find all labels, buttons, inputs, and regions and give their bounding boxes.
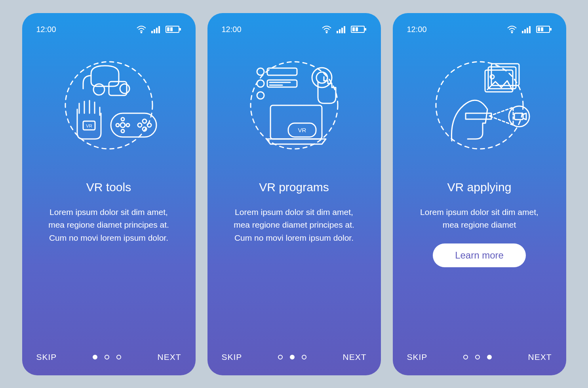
status-icons: [507, 25, 552, 33]
footer-nav: SKIP NEXT: [407, 352, 552, 362]
svg-rect-32: [352, 27, 355, 31]
svg-rect-48: [522, 31, 523, 33]
svg-point-19: [116, 124, 119, 127]
status-time: 12:00: [407, 25, 427, 34]
svg-point-23: [138, 123, 142, 127]
svg-rect-55: [541, 27, 543, 31]
svg-rect-2: [154, 29, 155, 33]
svg-point-24: [147, 123, 151, 127]
dot-3[interactable]: [116, 355, 121, 359]
illustration-vr-applying: [407, 50, 552, 161]
svg-rect-6: [179, 28, 181, 30]
svg-point-35: [257, 68, 264, 75]
svg-point-37: [257, 80, 264, 87]
illustration-vr-tools: VR: [36, 50, 181, 161]
svg-text:VR: VR: [86, 124, 92, 128]
dot-2[interactable]: [475, 355, 480, 359]
content: VR programs Lorem ipsum dolor sit dim am…: [222, 181, 367, 352]
svg-point-60: [490, 75, 494, 79]
status-icons: [322, 25, 367, 33]
screen-title: VR tools: [86, 181, 131, 194]
svg-point-20: [126, 124, 129, 127]
wifi-icon: [322, 25, 332, 33]
status-time: 12:00: [222, 25, 242, 34]
onboarding-screen-1: 12:00 VR VR tools Lorem ipsu: [22, 13, 196, 375]
svg-point-18: [121, 129, 124, 133]
page-dots: [93, 355, 121, 359]
svg-point-10: [93, 84, 105, 95]
onboarding-screen-2: 12:00 VR VR programs Lorem ipsum dolor s…: [207, 13, 381, 375]
svg-point-25: [326, 32, 327, 33]
svg-rect-27: [339, 29, 341, 33]
svg-rect-38: [267, 80, 297, 87]
dot-3[interactable]: [302, 355, 306, 359]
svg-rect-33: [356, 27, 358, 31]
skip-button[interactable]: SKIP: [36, 352, 57, 362]
svg-point-56: [436, 62, 523, 149]
svg-point-42: [312, 68, 332, 87]
svg-rect-15: [111, 113, 156, 137]
next-button[interactable]: NEXT: [157, 352, 181, 362]
svg-rect-26: [337, 31, 338, 33]
svg-rect-1: [151, 31, 153, 33]
dot-3[interactable]: [487, 355, 492, 359]
next-button[interactable]: NEXT: [343, 352, 366, 362]
content: VR tools Lorem ipsum dolor sit dim amet,…: [36, 181, 181, 352]
svg-rect-4: [158, 26, 160, 33]
status-bar: 12:00: [36, 25, 181, 34]
svg-rect-28: [341, 28, 343, 33]
svg-point-41: [257, 92, 264, 99]
dot-1[interactable]: [463, 355, 468, 359]
screen-body: Lorem ipsum dolor sit dim amet, mea regi…: [412, 206, 547, 232]
dot-1[interactable]: [93, 355, 97, 359]
screen-body: Lorem ipsum dolor sit dim amet, mea regi…: [227, 206, 362, 245]
dot-2[interactable]: [105, 355, 109, 359]
battery-icon: [166, 25, 181, 33]
signal-icon: [522, 25, 531, 33]
svg-rect-54: [538, 27, 540, 31]
svg-rect-3: [156, 28, 158, 33]
svg-point-16: [120, 123, 125, 127]
page-dots: [278, 355, 306, 359]
wifi-icon: [136, 25, 147, 33]
footer-nav: SKIP NEXT: [36, 352, 181, 362]
svg-rect-51: [529, 26, 531, 33]
screen-title: VR applying: [447, 181, 512, 194]
svg-point-9: [65, 62, 152, 149]
status-bar: 12:00: [222, 25, 367, 34]
svg-point-22: [143, 127, 147, 131]
onboarding-screen-3: 12:00 VR applying Lorem ipsum dolor sit …: [393, 13, 566, 375]
svg-rect-49: [524, 29, 526, 33]
next-button[interactable]: NEXT: [528, 352, 552, 362]
skip-button[interactable]: SKIP: [222, 352, 242, 362]
svg-rect-50: [527, 28, 528, 33]
skip-button[interactable]: SKIP: [407, 352, 428, 362]
svg-rect-7: [167, 27, 169, 31]
status-icons: [136, 25, 181, 33]
illustration-vr-programs: VR: [222, 50, 367, 161]
battery-icon: [536, 25, 552, 33]
svg-point-17: [121, 118, 124, 121]
svg-point-0: [141, 32, 142, 33]
svg-rect-31: [365, 28, 366, 30]
svg-rect-8: [170, 27, 173, 31]
screen-body: Lorem ipsum dolor sit dim amet, mea regi…: [42, 206, 176, 245]
dot-1[interactable]: [278, 355, 283, 359]
signal-icon: [337, 25, 346, 33]
dot-2[interactable]: [290, 355, 295, 359]
learn-more-button[interactable]: Learn more: [433, 243, 526, 267]
page-dots: [463, 355, 492, 359]
status-bar: 12:00: [407, 25, 552, 34]
battery-icon: [351, 25, 367, 33]
signal-icon: [151, 25, 161, 33]
svg-text:VR: VR: [298, 127, 306, 133]
svg-point-21: [143, 119, 147, 123]
svg-rect-53: [550, 28, 552, 30]
screen-title: VR programs: [259, 181, 329, 194]
svg-point-47: [511, 32, 512, 33]
content: VR applying Lorem ipsum dolor sit dim am…: [407, 181, 552, 352]
status-time: 12:00: [36, 25, 56, 34]
svg-point-12: [120, 84, 129, 93]
svg-rect-36: [267, 68, 297, 75]
footer-nav: SKIP NEXT: [222, 352, 367, 362]
